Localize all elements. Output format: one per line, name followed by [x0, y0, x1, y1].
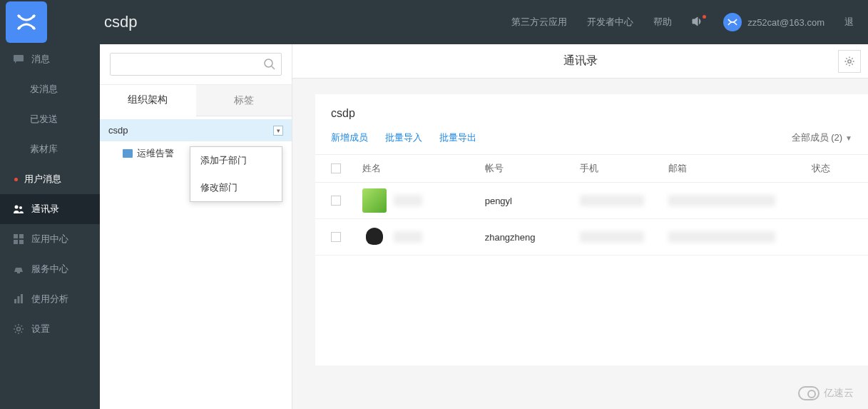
row-checkbox[interactable]	[331, 196, 341, 206]
nav-label: 设置	[31, 323, 50, 335]
bars-icon	[13, 293, 24, 305]
search-row	[100, 44, 292, 85]
tree-child-label: 运维告警	[137, 147, 174, 160]
member-count[interactable]: 全部成员 (2) ▼	[792, 131, 852, 144]
cloud-icon	[798, 386, 820, 400]
tab-label: 标签	[234, 94, 254, 107]
cell-account: zhangzheng	[485, 232, 581, 243]
redacted-email	[668, 231, 775, 243]
svg-rect-10	[19, 240, 24, 244]
nav-service-center[interactable]: 服务中心	[0, 254, 100, 284]
link-help[interactable]: 帮助	[653, 16, 672, 29]
redacted-phone	[580, 231, 644, 243]
svg-rect-12	[18, 296, 20, 303]
svg-line-16	[272, 66, 275, 69]
redacted-name	[394, 231, 422, 243]
folder-icon	[123, 149, 133, 158]
svg-point-17	[848, 60, 851, 63]
card-title: csdp	[315, 94, 868, 126]
nav-analytics[interactable]: 使用分析	[0, 284, 100, 314]
col-status: 状态	[812, 162, 852, 175]
members-table: 姓名 帐号 手机 邮箱 状态 pengyl zhangzheng	[315, 154, 868, 256]
nav-settings[interactable]: 设置	[0, 314, 100, 344]
menu-label: 修改部门	[200, 182, 238, 193]
org-tabs: 组织架构 标签	[100, 85, 292, 116]
nav-send-message[interactable]: 发消息	[0, 74, 100, 104]
search-input[interactable]	[110, 53, 282, 76]
table-row[interactable]: zhangzheng	[315, 219, 868, 256]
svg-rect-8	[19, 234, 24, 238]
user-avatar-icon	[723, 13, 742, 31]
tree-root-label: csdp	[108, 125, 128, 136]
left-sidebar: 消息 发消息 已发送 素材库 用户消息 通讯录 应用中心 服务中心 使用分析 设…	[0, 44, 100, 409]
action-bulk-export[interactable]: 批量导出	[439, 131, 476, 144]
main-title-bar: 通讯录	[292, 44, 868, 79]
nav-contacts[interactable]: 通讯录	[0, 194, 100, 224]
svg-point-2	[18, 26, 21, 29]
link-logout[interactable]: 退	[844, 16, 854, 29]
link-dev-center[interactable]: 开发者中心	[587, 16, 633, 29]
svg-rect-11	[14, 299, 16, 303]
caret-down-icon[interactable]: ▾	[273, 126, 283, 136]
svg-rect-7	[14, 234, 18, 238]
action-bulk-import[interactable]: 批量导入	[385, 131, 422, 144]
notification-dot-icon	[703, 15, 706, 19]
action-row: 新增成员 批量导入 批量导出 全部成员 (2) ▼	[315, 126, 868, 154]
nav-label: 发消息	[30, 83, 58, 96]
nav-label: 用户消息	[24, 173, 61, 186]
nav-sent[interactable]: 已发送	[0, 104, 100, 134]
tab-org-structure[interactable]: 组织架构	[100, 85, 196, 116]
svg-point-1	[32, 15, 35, 18]
svg-point-3	[32, 26, 35, 29]
app-title: csdp	[104, 13, 137, 31]
nav-messages[interactable]: 消息	[0, 44, 100, 74]
page-title: 通讯录	[563, 54, 598, 69]
col-email: 邮箱	[668, 162, 811, 175]
settings-button[interactable]	[838, 50, 861, 73]
col-name: 姓名	[362, 162, 485, 175]
svg-point-5	[15, 206, 19, 209]
dept-context-menu: 添加子部门 修改部门	[190, 146, 282, 202]
volume-icon[interactable]	[692, 16, 703, 29]
tab-tags[interactable]: 标签	[196, 85, 292, 116]
top-bar: csdp 第三方云应用 开发者中心 帮助 zz52cat@163.com 退	[0, 0, 868, 44]
gear-icon	[844, 56, 855, 67]
link-cloud-apps[interactable]: 第三方云应用	[511, 16, 567, 29]
nav-label: 素材库	[30, 143, 58, 156]
menu-add-child-dept[interactable]: 添加子部门	[190, 147, 282, 174]
red-dot-icon	[14, 178, 18, 181]
svg-rect-13	[21, 294, 23, 303]
redacted-name	[394, 195, 422, 206]
nav-label: 应用中心	[31, 233, 68, 246]
search-icon[interactable]	[263, 58, 276, 74]
menu-edit-dept[interactable]: 修改部门	[190, 174, 282, 201]
tree-root-node[interactable]: csdp ▾	[100, 119, 292, 141]
nav-label: 使用分析	[31, 293, 68, 306]
chat-icon	[13, 54, 24, 65]
col-phone: 手机	[580, 162, 668, 175]
nav-label: 消息	[31, 53, 50, 66]
user-chip[interactable]: zz52cat@163.com	[723, 13, 824, 31]
nav-label: 通讯录	[31, 203, 59, 216]
gear-icon	[13, 323, 24, 335]
action-add-member[interactable]: 新增成员	[331, 131, 368, 144]
select-all-checkbox[interactable]	[331, 163, 341, 173]
table-header: 姓名 帐号 手机 邮箱 状态	[315, 154, 868, 183]
count-label: 全部成员 (2)	[792, 131, 843, 144]
nav-user-messages[interactable]: 用户消息	[0, 164, 100, 194]
service-icon	[13, 263, 24, 275]
grid-icon	[13, 233, 24, 245]
svg-point-14	[17, 328, 21, 331]
nav-materials[interactable]: 素材库	[0, 134, 100, 164]
svg-rect-9	[14, 240, 18, 244]
nav-app-center[interactable]: 应用中心	[0, 224, 100, 254]
chevron-down-icon: ▼	[845, 134, 852, 142]
watermark-text: 亿速云	[824, 387, 854, 400]
redacted-phone	[580, 195, 644, 206]
main-panel: 通讯录 csdp 新增成员 批量导入 批量导出 全部成员 (2) ▼ 姓名 帐号…	[292, 44, 868, 409]
org-panel: 组织架构 标签 csdp ▾ 运维告警	[100, 44, 292, 409]
table-row[interactable]: pengyl	[315, 183, 868, 219]
row-checkbox[interactable]	[331, 232, 341, 242]
avatar	[362, 225, 387, 249]
cell-account: pengyl	[485, 196, 581, 206]
